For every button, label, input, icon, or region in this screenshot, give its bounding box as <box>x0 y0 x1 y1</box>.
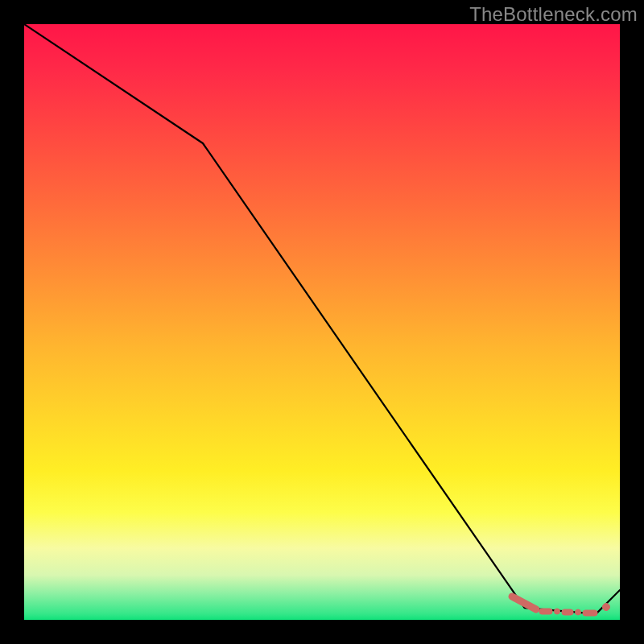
chart-stage: TheBottleneck.com <box>0 0 644 644</box>
svg-point-3 <box>576 609 581 615</box>
highlighted-range-markers <box>512 597 610 616</box>
plot-area <box>24 24 620 620</box>
svg-rect-4 <box>583 610 597 616</box>
svg-point-1 <box>555 609 560 614</box>
svg-point-5 <box>603 604 610 611</box>
chart-svg <box>24 24 620 620</box>
svg-rect-2 <box>562 609 573 615</box>
bottleneck-curve <box>24 24 620 614</box>
svg-rect-0 <box>539 609 552 614</box>
watermark-text: TheBottleneck.com <box>469 3 638 26</box>
